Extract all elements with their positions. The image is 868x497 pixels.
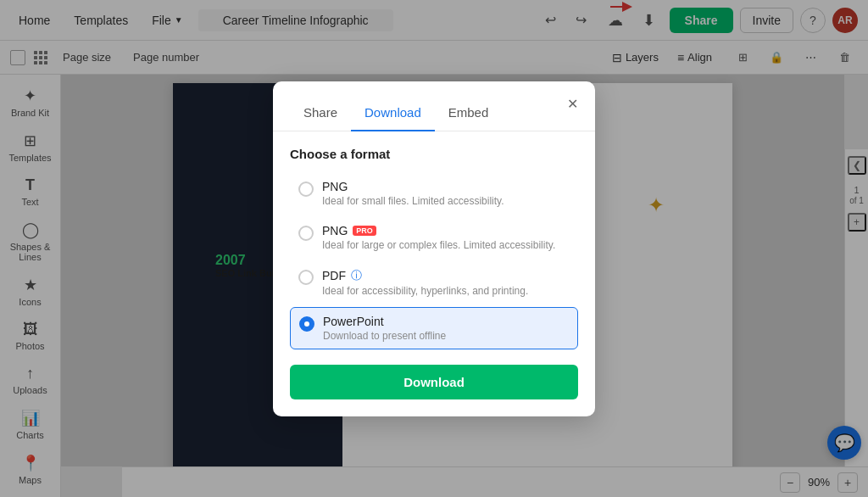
modal-header: Share Download Embed ✕ <box>273 81 595 131</box>
pdf-label: PDF ⓘ Ideal for accessibility, hyperlink… <box>322 268 528 297</box>
tab-embed[interactable]: Embed <box>435 95 503 131</box>
format-section-title: Choose a format <box>290 147 578 161</box>
modal-body: Choose a format PNG Ideal for small file… <box>273 131 595 416</box>
pdf-desc: Ideal for accessibility, hyperlinks, and… <box>322 285 528 297</box>
powerpoint-name: PowerPoint <box>323 315 446 328</box>
radio-png[interactable] <box>298 181 314 197</box>
radio-pdf[interactable] <box>298 270 314 285</box>
png-desc: Ideal for small files. Limited accessibi… <box>322 195 504 207</box>
png-name: PNG <box>322 180 504 193</box>
png-pro-desc: Ideal for large or complex files. Limite… <box>322 239 555 251</box>
format-option-powerpoint[interactable]: PowerPoint Download to present offline <box>290 307 578 349</box>
modal-close-button[interactable]: ✕ <box>561 93 583 115</box>
format-option-pdf[interactable]: PDF ⓘ Ideal for accessibility, hyperlink… <box>290 261 578 304</box>
radio-powerpoint[interactable] <box>299 316 314 332</box>
powerpoint-label: PowerPoint Download to present offline <box>323 315 446 342</box>
format-option-png[interactable]: PNG Ideal for small files. Limited acces… <box>290 173 578 214</box>
pdf-info-icon[interactable]: ⓘ <box>351 268 362 283</box>
tab-share[interactable]: Share <box>290 95 351 131</box>
tab-download[interactable]: Download <box>351 95 435 131</box>
format-option-png-pro[interactable]: PNG PRO Ideal for large or complex files… <box>290 217 578 258</box>
modal-overlay[interactable]: Share Download Embed ✕ Choose a format P… <box>0 0 868 497</box>
png-pro-name: PNG PRO <box>322 224 555 237</box>
png-pro-label: PNG PRO Ideal for large or complex files… <box>322 224 555 251</box>
download-button[interactable]: Download <box>290 365 578 399</box>
radio-png-pro[interactable] <box>298 226 314 241</box>
powerpoint-desc: Download to present offline <box>323 330 446 342</box>
pdf-name: PDF ⓘ <box>322 268 528 283</box>
png-label: PNG Ideal for small files. Limited acces… <box>322 180 504 207</box>
pro-badge: PRO <box>353 226 376 236</box>
download-modal: Share Download Embed ✕ Choose a format P… <box>273 81 595 416</box>
